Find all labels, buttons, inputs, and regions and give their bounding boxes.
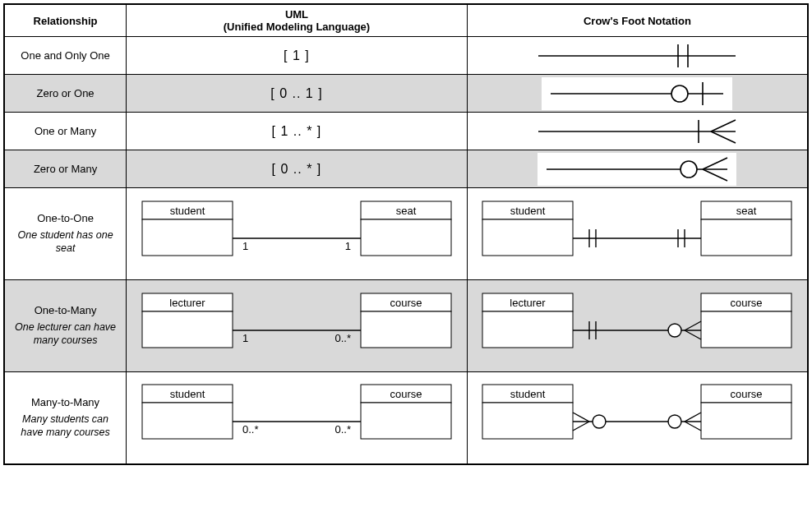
svg-text:seat: seat	[736, 205, 757, 217]
svg-point-48	[668, 324, 681, 337]
r3-label-text: One or Many	[35, 125, 96, 137]
svg-line-9	[711, 131, 736, 143]
svg-rect-43	[701, 311, 791, 348]
svg-line-69	[573, 422, 589, 431]
r7-desc: Many students can have many courses	[10, 413, 121, 439]
svg-point-4	[671, 85, 688, 102]
r5-uml-diagram: student seat 1 1	[127, 188, 468, 280]
r2-uml-text: [ 0 .. 1 ]	[270, 86, 322, 100]
header-uml: UML (Unified Modeling Language)	[127, 4, 468, 37]
zero-or-many-icon	[542, 154, 731, 184]
r5-uml-right-entity: seat	[396, 205, 417, 217]
row-one-to-one: One-to-One One student has one seat stud…	[4, 188, 808, 280]
svg-rect-52	[142, 403, 233, 439]
r3-uml: [ 1 .. * ]	[127, 113, 468, 150]
svg-line-71	[685, 413, 701, 422]
row-one-to-many: One-to-Many One lecturer can have many c…	[4, 280, 808, 372]
r5-uml-left-entity: student	[170, 205, 205, 217]
svg-text:course: course	[731, 297, 763, 309]
r7-uml-diagram: student course 0..* 0..*	[127, 372, 468, 464]
crow-one-to-many-diagram: lecturer course	[473, 285, 801, 367]
uml-many-to-many-diagram: student course 0..* 0..*	[132, 376, 461, 459]
svg-rect-20	[482, 219, 573, 256]
svg-rect-17	[361, 219, 451, 256]
svg-rect-64	[701, 403, 791, 439]
r2-crowsfoot	[467, 75, 808, 113]
notation-comparison-table: Relationship UML (Unified Modeling Langu…	[3, 3, 809, 465]
r1-label: One and Only One	[4, 37, 127, 75]
uml-one-to-many-diagram: lecturer course 1 0..*	[132, 285, 461, 367]
svg-line-12	[703, 158, 727, 169]
r6-uml-diagram: lecturer course 1 0..*	[127, 280, 468, 372]
svg-point-11	[681, 161, 697, 178]
r3-label: One or Many	[4, 113, 127, 150]
row-one-or-many: One or Many [ 1 .. * ]	[4, 113, 808, 150]
svg-rect-55	[361, 403, 451, 439]
one-or-many-icon	[530, 115, 744, 148]
r4-label: Zero or Many	[4, 150, 127, 188]
row-zero-or-one: Zero or One [ 0 .. 1 ]	[4, 75, 808, 113]
svg-rect-23	[701, 219, 791, 256]
svg-text:student: student	[510, 388, 546, 400]
svg-text:1: 1	[242, 332, 248, 344]
crow-one-to-one-diagram: student seat	[473, 193, 801, 275]
r6-label: One-to-Many	[10, 304, 121, 316]
svg-text:course: course	[731, 388, 763, 400]
svg-text:0..*: 0..*	[334, 423, 351, 436]
r5-desc: One student has one seat	[10, 229, 121, 255]
svg-text:course: course	[390, 297, 422, 309]
svg-rect-40	[482, 311, 573, 348]
svg-line-72	[685, 422, 701, 431]
uml-one-to-one-diagram: student seat 1 1	[132, 193, 461, 275]
svg-line-49	[685, 321, 701, 330]
r5-crow-diagram: student seat	[467, 188, 808, 280]
svg-text:0..*: 0..*	[242, 423, 259, 436]
r4-uml: [ 0 .. * ]	[127, 150, 468, 188]
one-and-only-one-icon	[530, 39, 744, 72]
zero-or-one-icon	[547, 79, 727, 108]
header-uml-title: UML	[131, 8, 462, 21]
row-many-to-many: Many-to-Many Many students can have many…	[4, 372, 808, 464]
r3-crowsfoot	[467, 113, 808, 150]
svg-rect-31	[142, 311, 233, 348]
r1-label-text: One and Only One	[21, 49, 109, 62]
r4-uml-text: [ 0 .. * ]	[272, 162, 322, 176]
svg-line-68	[573, 413, 589, 422]
crow-many-to-many-diagram: student course	[473, 376, 801, 459]
svg-rect-34	[361, 311, 451, 348]
svg-point-70	[668, 415, 681, 428]
r5-uml-left-card: 1	[242, 240, 248, 252]
row-zero-or-many: Zero or Many [ 0 .. * ]	[4, 150, 808, 188]
r2-label-text: Zero or One	[37, 87, 95, 99]
r5-label-cell: One-to-One One student has one seat	[4, 188, 127, 280]
svg-text:lecturer: lecturer	[510, 297, 547, 309]
svg-text:student: student	[170, 388, 205, 400]
r1-uml-text: [ 1 ]	[284, 48, 310, 62]
r4-label-text: Zero or Many	[34, 163, 97, 175]
r6-label-cell: One-to-Many One lecturer can have many c…	[4, 280, 127, 372]
svg-line-13	[703, 169, 727, 181]
r2-label: Zero or One	[4, 75, 127, 113]
svg-text:student: student	[510, 205, 546, 217]
header-relationship: Relationship	[4, 4, 127, 37]
svg-rect-15	[142, 219, 233, 256]
r3-uml-text: [ 1 .. * ]	[272, 124, 322, 138]
r6-crow-diagram: lecturer course	[467, 280, 808, 372]
r1-uml: [ 1 ]	[127, 37, 468, 75]
svg-line-50	[685, 330, 701, 339]
header-row: Relationship UML (Unified Modeling Langu…	[4, 4, 808, 37]
r5-label: One-to-One	[10, 212, 121, 224]
r2-uml: [ 0 .. 1 ]	[127, 75, 468, 113]
r7-label-cell: Many-to-Many Many students can have many…	[4, 372, 127, 464]
header-uml-subtitle: (Unified Modeling Language)	[131, 21, 462, 33]
r7-crow-diagram: student course	[467, 372, 808, 464]
svg-text:0..*: 0..*	[334, 332, 351, 344]
r4-crowsfoot	[467, 150, 808, 188]
svg-text:course: course	[390, 388, 422, 400]
r5-uml-right-card: 1	[345, 240, 351, 252]
row-one-and-only-one: One and Only One [ 1 ]	[4, 37, 808, 75]
header-crowsfoot: Crow's Foot Notation	[467, 4, 808, 37]
svg-text:lecturer: lecturer	[169, 297, 205, 309]
svg-point-67	[593, 415, 606, 428]
svg-line-8	[711, 120, 736, 131]
